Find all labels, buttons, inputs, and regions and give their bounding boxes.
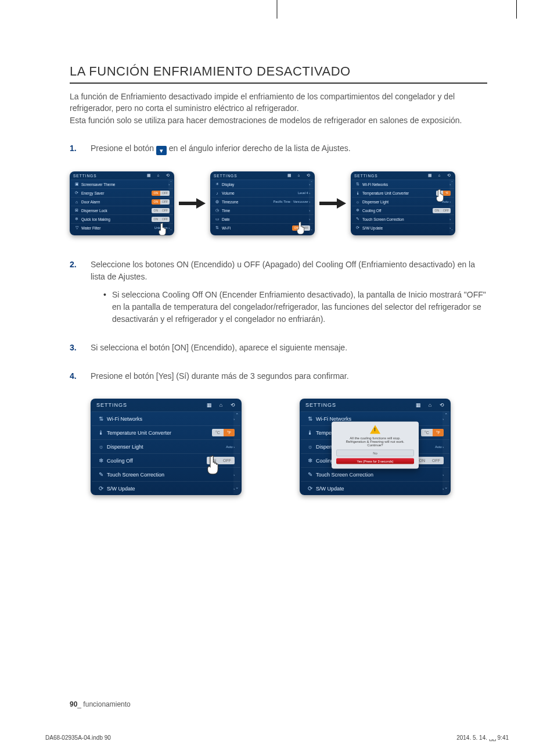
grid-icon[interactable]: ▦ (207, 402, 213, 408)
on-off-toggle[interactable]: ONOFF (152, 191, 170, 196)
scroll-up-icon[interactable]: ˄ (445, 413, 448, 418)
row-label: Display (222, 182, 234, 187)
row-icon: ⟳ (74, 191, 79, 195)
yes-button[interactable]: Yes (Press for 3 seconds) (336, 458, 414, 464)
row-icon: ✎ (355, 217, 360, 221)
on-off-toggle[interactable]: ONOFF (152, 208, 170, 213)
settings-row[interactable]: ⟳S/W Update› (92, 481, 240, 495)
settings-row[interactable]: ◷Time› (211, 206, 314, 214)
settings-row[interactable]: ♪VolumeLevel 4 › (211, 188, 314, 197)
chevron-down-icon: ▾ (156, 146, 167, 155)
step2-bullet: Si selecciona Cooling Off ON (Encender E… (112, 289, 487, 325)
footer-date: 2014. 5. 14. ␣␣ 9:41 (456, 734, 509, 741)
row-icon: ⇅ (98, 415, 105, 422)
scroll-down-icon[interactable]: ˅ (451, 229, 453, 233)
row-icon: ⟳ (307, 485, 314, 492)
row-label: Wi-Fi Networks (362, 182, 388, 187)
settings-row[interactable]: ◍TimezonePacific Time · Vancouver › (211, 197, 314, 206)
temp-unit-toggle[interactable]: °C°F (421, 429, 444, 436)
settings-row[interactable]: ⊠Dispenser LockONOFF (71, 206, 173, 214)
scroll-down-icon[interactable]: ˅ (445, 487, 448, 493)
row-label: Energy Saver (81, 191, 104, 195)
settings-row[interactable]: ▣Screensaver Theme› (71, 180, 173, 188)
home-icon[interactable]: ⌂ (296, 173, 302, 178)
settings-row[interactable]: ✎Touch Screen Correction› (301, 467, 449, 481)
back-icon[interactable]: ⟲ (165, 173, 171, 178)
row-icon: ⟳ (98, 485, 105, 492)
row-label: Date (222, 217, 230, 221)
row-label: Time (222, 209, 230, 213)
row-label: Cooling Off (362, 209, 381, 213)
grid-icon[interactable]: ▦ (416, 402, 422, 408)
row-label: S/W Update (316, 486, 344, 492)
scroll-down-icon[interactable]: ˅ (311, 229, 312, 233)
row-label: Temperature Unit Converter (362, 191, 409, 195)
step-3: 3. Si selecciona el botón [ON] (Encendid… (70, 342, 487, 354)
settings-row[interactable]: ⌂Door AlarmONOFF (71, 197, 173, 206)
row-label: Volume (222, 191, 235, 195)
intro-p2: Esta función solo se utiliza para hacer … (70, 116, 462, 125)
row-icon: ▣ (74, 182, 79, 187)
row-icon: ☼ (98, 443, 105, 450)
row-icon: 🌡 (355, 191, 360, 195)
row-icon: ▽ (74, 225, 79, 230)
settings-row[interactable]: ✎Touch Screen Correction› (352, 214, 454, 223)
step-number: 2. (70, 259, 79, 325)
intro-p1: La función de Enfriamiento desactivado i… (70, 92, 455, 113)
grid-icon[interactable]: ▦ (427, 173, 433, 178)
settings-row[interactable]: ⟳S/W Update› (301, 481, 449, 495)
row-icon: ♪ (215, 191, 220, 195)
grid-icon[interactable]: ▦ (146, 173, 152, 178)
on-off-toggle[interactable]: ONOFF (433, 208, 451, 213)
row-icon: ▭ (215, 217, 220, 221)
settings-row[interactable]: ⇅Wi-Fi Networks› (352, 180, 454, 188)
settings-row[interactable]: ☀Display› (211, 180, 314, 188)
row-icon: ☼ (355, 200, 360, 204)
row-label: S/W Update (107, 486, 135, 492)
back-icon[interactable]: ⟲ (439, 402, 445, 408)
row-icon: ⇅ (215, 225, 220, 230)
on-off-toggle[interactable]: ONOFF (152, 199, 170, 205)
row-icon: ◍ (215, 199, 220, 204)
settings-row[interactable]: ⟳S/W Update› (352, 223, 454, 232)
step4-text: Presione el botón [Yes] (Sí) durante más… (91, 371, 349, 381)
row-label: Touch Screen Correction (107, 472, 164, 478)
settings-title: SETTINGS (305, 402, 336, 408)
warning-icon (370, 425, 380, 433)
settings-row[interactable]: ⟳Energy SaverONOFF (71, 188, 173, 197)
no-button[interactable]: No (336, 449, 414, 456)
step1-text-pre: Presione el botón (91, 144, 156, 153)
scroll-down-icon[interactable]: ˅ (236, 487, 239, 493)
settings-row[interactable]: ⇅Wi-Fi Networks› (92, 411, 240, 425)
row-label: Screensaver Theme (81, 182, 115, 187)
settings-row[interactable]: ☼Dispenser LightAuto › (92, 439, 240, 453)
bullet-icon: • (103, 289, 106, 325)
temp-unit-toggle[interactable]: °C°F (212, 429, 235, 436)
settings-row[interactable]: 🌡Temperature Unit Converter°C°F (92, 425, 240, 439)
grid-icon[interactable]: ▦ (287, 173, 293, 178)
back-icon[interactable]: ⟲ (446, 173, 452, 178)
home-icon[interactable]: ⌂ (218, 402, 224, 408)
row-icon: ⇅ (307, 415, 314, 422)
row-label: Water Filter (81, 226, 100, 230)
home-icon[interactable]: ⌂ (427, 402, 433, 408)
row-icon: ❄ (74, 217, 79, 221)
back-icon[interactable]: ⟲ (305, 173, 311, 178)
settings-row[interactable]: ❄Cooling OffONOFF (352, 206, 454, 214)
scroll-up-icon[interactable]: ˄ (311, 181, 312, 185)
screenshot-cooling-off: SETTINGS ▦ ⌂ ⟲ ⇅Wi-Fi Networks›🌡Temperat… (91, 399, 242, 495)
scroll-up-icon[interactable]: ˄ (451, 181, 453, 185)
on-off-toggle[interactable]: ONOFF (416, 457, 444, 464)
scroll-up-icon[interactable]: ˄ (170, 181, 172, 185)
step-4: 4. Presione el botón [Yes] (Sí) durante … (70, 370, 487, 382)
row-icon: ❄ (98, 457, 105, 464)
home-icon[interactable]: ⌂ (156, 173, 161, 178)
row-label: Touch Screen Correction (316, 472, 373, 478)
back-icon[interactable]: ⟲ (230, 402, 236, 408)
scroll-up-icon[interactable]: ˄ (236, 413, 239, 418)
settings-title: SETTINGS (73, 174, 97, 178)
step-number: 1. (70, 142, 79, 155)
row-value: Level 4 › (298, 191, 310, 195)
row-label: Wi-Fi Networks (107, 416, 142, 422)
home-icon[interactable]: ⌂ (437, 173, 443, 178)
